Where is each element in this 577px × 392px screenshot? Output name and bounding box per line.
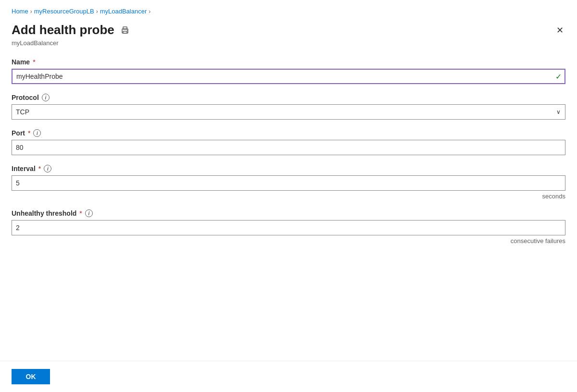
unhealthy-threshold-suffix: consecutive failures [12, 237, 565, 245]
name-input-wrapper: ✓ [12, 69, 565, 84]
svg-rect-2 [123, 31, 127, 33]
protocol-group: Protocol i TCP HTTP HTTPS ∨ [12, 94, 565, 120]
unhealthy-threshold-group: Unhealthy threshold * i consecutive fail… [12, 209, 565, 245]
protocol-select-wrapper: TCP HTTP HTTPS ∨ [12, 104, 565, 120]
protocol-select[interactable]: TCP HTTP HTTPS [12, 104, 565, 120]
breadcrumb-sep-3: › [149, 8, 151, 15]
page-container: Home › myResourceGroupLB › myLoadBalance… [0, 0, 577, 392]
name-label: Name * [12, 58, 565, 66]
unhealthy-threshold-input[interactable] [12, 220, 565, 235]
name-check-icon: ✓ [555, 72, 562, 81]
close-icon[interactable]: ✕ [554, 23, 565, 37]
unhealthy-info-icon[interactable]: i [85, 209, 93, 217]
print-icon[interactable] [120, 25, 130, 35]
subtitle: myLoadBalancer [0, 39, 577, 54]
breadcrumb-resource-group[interactable]: myResourceGroupLB [34, 8, 94, 15]
port-info-icon[interactable]: i [33, 129, 41, 137]
breadcrumb: Home › myResourceGroupLB › myLoadBalance… [0, 0, 577, 19]
port-group: Port * i [12, 129, 565, 155]
interval-input[interactable] [12, 175, 565, 191]
interval-label: Interval * i [12, 165, 565, 172]
breadcrumb-home[interactable]: Home [12, 8, 28, 15]
page-title: Add health probe [12, 23, 114, 37]
header-section: Add health probe ✕ [0, 19, 577, 39]
name-input[interactable] [12, 69, 565, 84]
interval-suffix: seconds [12, 193, 565, 200]
port-input[interactable] [12, 140, 565, 155]
footer: OK [0, 361, 577, 392]
form-content: Name * ✓ Protocol i TCP HTTP HTTPS ∨ [0, 54, 577, 361]
interval-info-icon[interactable]: i [44, 165, 51, 172]
name-group: Name * ✓ [12, 58, 565, 84]
port-label: Port * i [12, 129, 565, 137]
interval-required-star: * [38, 165, 41, 172]
breadcrumb-sep-1: › [30, 8, 32, 15]
name-required-star: * [33, 58, 35, 66]
ok-button[interactable]: OK [12, 369, 50, 384]
interval-group: Interval * i seconds [12, 165, 565, 200]
header-left: Add health probe [12, 23, 130, 37]
breadcrumb-load-balancer[interactable]: myLoadBalancer [100, 8, 147, 15]
unhealthy-threshold-label: Unhealthy threshold * i [12, 209, 565, 217]
unhealthy-required-star: * [79, 209, 82, 217]
breadcrumb-sep-2: › [96, 8, 98, 15]
port-required-star: * [28, 129, 30, 137]
protocol-info-icon[interactable]: i [42, 94, 50, 101]
protocol-label: Protocol i [12, 94, 565, 101]
svg-point-3 [127, 30, 128, 31]
svg-rect-1 [123, 27, 127, 29]
